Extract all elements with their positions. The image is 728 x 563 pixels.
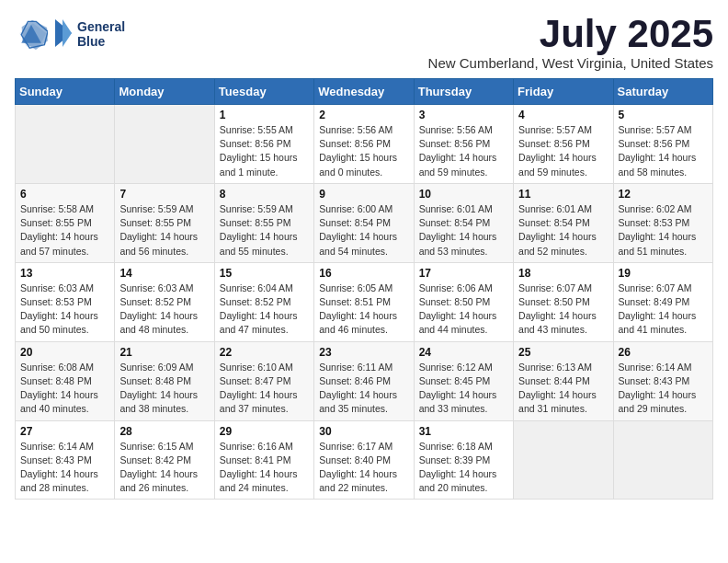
day-info: Sunrise: 6:14 AMSunset: 8:43 PMDaylight:…	[20, 440, 109, 496]
day-number: 8	[220, 188, 309, 201]
day-number: 21	[119, 346, 209, 359]
day-info: Sunrise: 5:58 AMSunset: 8:55 PMDaylight:…	[20, 202, 109, 259]
day-info: Sunrise: 6:12 AMSunset: 8:45 PMDaylight:…	[419, 361, 508, 417]
calendar-cell: 3Sunrise: 5:56 AMSunset: 8:56 PMDaylight…	[414, 105, 513, 184]
calendar-week-3: 13Sunrise: 6:03 AMSunset: 8:53 PMDayligh…	[16, 262, 713, 341]
day-number: 10	[419, 188, 508, 201]
day-info: Sunrise: 6:18 AMSunset: 8:39 PMDaylight:…	[419, 440, 508, 496]
svg-text:General: General	[77, 19, 125, 34]
day-number: 1	[220, 109, 309, 121]
calendar-cell: 5Sunrise: 5:57 AMSunset: 8:56 PMDaylight…	[613, 105, 712, 184]
day-info: Sunrise: 6:10 AMSunset: 8:47 PMDaylight:…	[220, 361, 309, 417]
calendar-cell: 19Sunrise: 6:07 AMSunset: 8:49 PMDayligh…	[613, 262, 712, 341]
day-info: Sunrise: 5:57 AMSunset: 8:56 PMDaylight:…	[518, 123, 608, 179]
calendar-cell: 21Sunrise: 6:09 AMSunset: 8:48 PMDayligh…	[115, 341, 214, 420]
calendar-cell: 1Sunrise: 5:55 AMSunset: 8:56 PMDaylight…	[214, 105, 313, 184]
calendar-cell: 18Sunrise: 6:07 AMSunset: 8:50 PMDayligh…	[514, 262, 613, 341]
weekday-header-saturday: Saturday	[613, 79, 712, 105]
day-info: Sunrise: 6:17 AMSunset: 8:40 PMDaylight:…	[319, 440, 408, 496]
page-header: General Blue July 2025 New Cumberland, W…	[15, 15, 713, 71]
day-number: 15	[220, 267, 309, 280]
day-info: Sunrise: 6:11 AMSunset: 8:46 PMDaylight:…	[319, 361, 408, 417]
calendar-table: SundayMondayTuesdayWednesdayThursdayFrid…	[15, 78, 713, 500]
day-number: 28	[119, 425, 209, 438]
day-info: Sunrise: 6:16 AMSunset: 8:41 PMDaylight:…	[220, 440, 309, 496]
day-info: Sunrise: 6:07 AMSunset: 8:50 PMDaylight:…	[518, 282, 608, 338]
day-info: Sunrise: 5:57 AMSunset: 8:56 PMDaylight:…	[619, 123, 708, 179]
weekday-header-monday: Monday	[115, 79, 214, 105]
calendar-cell: 13Sunrise: 6:03 AMSunset: 8:53 PMDayligh…	[16, 262, 115, 341]
day-number: 4	[518, 109, 608, 121]
day-info: Sunrise: 6:04 AMSunset: 8:52 PMDaylight:…	[220, 282, 309, 338]
calendar-week-1: 1Sunrise: 5:55 AMSunset: 8:56 PMDaylight…	[16, 105, 713, 184]
logo-svg: General Blue	[51, 15, 134, 52]
day-number: 22	[220, 346, 309, 359]
day-number: 12	[619, 188, 708, 201]
logo-icon	[15, 17, 48, 50]
day-number: 5	[619, 109, 708, 121]
calendar-cell: 17Sunrise: 6:06 AMSunset: 8:50 PMDayligh…	[414, 262, 513, 341]
weekday-header-thursday: Thursday	[414, 79, 513, 105]
day-number: 20	[20, 346, 109, 359]
day-info: Sunrise: 6:05 AMSunset: 8:51 PMDaylight:…	[319, 282, 408, 338]
calendar-cell: 27Sunrise: 6:14 AMSunset: 8:43 PMDayligh…	[16, 420, 115, 500]
calendar-cell: 8Sunrise: 5:59 AMSunset: 8:55 PMDaylight…	[214, 183, 313, 262]
location-title: New Cumberland, West Virginia, United St…	[428, 55, 713, 71]
day-info: Sunrise: 6:02 AMSunset: 8:53 PMDaylight:…	[619, 202, 708, 259]
day-number: 31	[419, 425, 508, 438]
calendar-cell	[16, 105, 115, 184]
day-number: 24	[419, 346, 508, 359]
calendar-cell: 2Sunrise: 5:56 AMSunset: 8:56 PMDaylight…	[314, 105, 414, 184]
day-number: 7	[119, 188, 209, 201]
calendar-cell: 30Sunrise: 6:17 AMSunset: 8:40 PMDayligh…	[314, 420, 414, 500]
month-title: July 2025	[428, 15, 713, 53]
day-info: Sunrise: 5:59 AMSunset: 8:55 PMDaylight:…	[119, 202, 209, 259]
day-number: 19	[619, 267, 708, 280]
calendar-week-4: 20Sunrise: 6:08 AMSunset: 8:48 PMDayligh…	[16, 341, 713, 420]
calendar-cell: 15Sunrise: 6:04 AMSunset: 8:52 PMDayligh…	[214, 262, 313, 341]
calendar-cell: 20Sunrise: 6:08 AMSunset: 8:48 PMDayligh…	[16, 341, 115, 420]
calendar-cell: 26Sunrise: 6:14 AMSunset: 8:43 PMDayligh…	[613, 341, 712, 420]
day-number: 18	[518, 267, 608, 280]
day-number: 13	[20, 267, 109, 280]
day-info: Sunrise: 6:01 AMSunset: 8:54 PMDaylight:…	[419, 202, 508, 259]
calendar-cell	[115, 105, 214, 184]
day-number: 27	[20, 425, 109, 438]
calendar-cell: 29Sunrise: 6:16 AMSunset: 8:41 PMDayligh…	[214, 420, 313, 500]
weekday-header-tuesday: Tuesday	[214, 79, 313, 105]
day-number: 9	[319, 188, 408, 201]
calendar-cell: 14Sunrise: 6:03 AMSunset: 8:52 PMDayligh…	[115, 262, 214, 341]
calendar-cell	[514, 420, 613, 500]
calendar-week-5: 27Sunrise: 6:14 AMSunset: 8:43 PMDayligh…	[16, 420, 713, 500]
calendar-cell: 22Sunrise: 6:10 AMSunset: 8:47 PMDayligh…	[214, 341, 313, 420]
day-info: Sunrise: 6:15 AMSunset: 8:42 PMDaylight:…	[119, 440, 209, 496]
day-info: Sunrise: 6:07 AMSunset: 8:49 PMDaylight:…	[619, 282, 708, 338]
calendar-cell: 10Sunrise: 6:01 AMSunset: 8:54 PMDayligh…	[414, 183, 513, 262]
day-info: Sunrise: 5:56 AMSunset: 8:56 PMDaylight:…	[419, 123, 508, 179]
day-info: Sunrise: 6:09 AMSunset: 8:48 PMDaylight:…	[119, 361, 209, 417]
calendar-cell: 6Sunrise: 5:58 AMSunset: 8:55 PMDaylight…	[16, 183, 115, 262]
calendar-cell: 4Sunrise: 5:57 AMSunset: 8:56 PMDaylight…	[514, 105, 613, 184]
calendar-cell: 16Sunrise: 6:05 AMSunset: 8:51 PMDayligh…	[314, 262, 414, 341]
day-number: 29	[220, 425, 309, 438]
day-info: Sunrise: 5:59 AMSunset: 8:55 PMDaylight:…	[220, 202, 309, 259]
day-number: 25	[518, 346, 608, 359]
day-number: 17	[419, 267, 508, 280]
day-info: Sunrise: 6:00 AMSunset: 8:54 PMDaylight:…	[319, 202, 408, 259]
day-info: Sunrise: 6:06 AMSunset: 8:50 PMDaylight:…	[419, 282, 508, 338]
calendar-cell: 11Sunrise: 6:01 AMSunset: 8:54 PMDayligh…	[514, 183, 613, 262]
calendar-cell: 12Sunrise: 6:02 AMSunset: 8:53 PMDayligh…	[613, 183, 712, 262]
day-number: 23	[319, 346, 408, 359]
day-info: Sunrise: 5:56 AMSunset: 8:56 PMDaylight:…	[319, 123, 408, 179]
svg-marker-7	[63, 19, 72, 47]
weekday-header-wednesday: Wednesday	[314, 79, 414, 105]
calendar-cell: 25Sunrise: 6:13 AMSunset: 8:44 PMDayligh…	[514, 341, 613, 420]
day-number: 16	[319, 267, 408, 280]
day-number: 3	[419, 109, 508, 121]
day-number: 30	[319, 425, 408, 438]
calendar-cell: 24Sunrise: 6:12 AMSunset: 8:45 PMDayligh…	[414, 341, 513, 420]
logo: General Blue	[15, 15, 134, 52]
title-block: July 2025 New Cumberland, West Virginia,…	[428, 15, 713, 71]
day-number: 6	[20, 188, 109, 201]
calendar-cell: 7Sunrise: 5:59 AMSunset: 8:55 PMDaylight…	[115, 183, 214, 262]
